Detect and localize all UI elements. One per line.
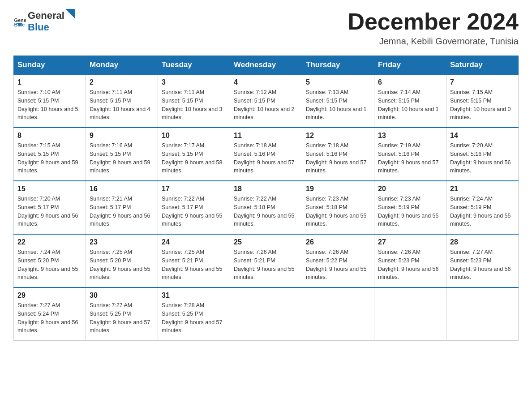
day-number: 12 (306, 132, 370, 140)
calendar-cell (446, 287, 519, 341)
day-info: Sunrise: 7:12 AM Sunset: 5:15 PM Dayligh… (234, 88, 298, 122)
day-info: Sunrise: 7:22 AM Sunset: 5:17 PM Dayligh… (162, 195, 226, 228)
weekday-header-row: SundayMondayTuesdayWednesdayThursdayFrid… (14, 56, 519, 75)
day-info: Sunrise: 7:25 AM Sunset: 5:21 PM Dayligh… (162, 248, 226, 282)
day-number: 26 (306, 238, 370, 246)
day-number: 27 (378, 238, 442, 246)
calendar-cell: 17 Sunrise: 7:22 AM Sunset: 5:17 PM Dayl… (158, 181, 230, 234)
weekday-header-sunday: Sunday (14, 56, 86, 75)
calendar-cell: 7 Sunrise: 7:15 AM Sunset: 5:15 PM Dayli… (446, 74, 519, 128)
day-info: Sunrise: 7:24 AM Sunset: 5:19 PM Dayligh… (450, 195, 515, 228)
calendar-cell: 11 Sunrise: 7:18 AM Sunset: 5:16 PM Dayl… (230, 128, 302, 181)
calendar-cell: 6 Sunrise: 7:14 AM Sunset: 5:15 PM Dayli… (374, 74, 446, 128)
day-number: 17 (162, 185, 226, 193)
calendar-cell: 3 Sunrise: 7:11 AM Sunset: 5:15 PM Dayli… (158, 74, 230, 128)
calendar-cell: 13 Sunrise: 7:19 AM Sunset: 5:16 PM Dayl… (374, 128, 446, 181)
calendar-cell: 18 Sunrise: 7:22 AM Sunset: 5:18 PM Dayl… (230, 181, 302, 234)
calendar-cell: 24 Sunrise: 7:25 AM Sunset: 5:21 PM Dayl… (158, 234, 230, 287)
logo-text-blue: Blue (28, 21, 49, 33)
week-row-3: 15 Sunrise: 7:20 AM Sunset: 5:17 PM Dayl… (14, 181, 519, 234)
calendar-cell (230, 287, 302, 341)
weekday-header-friday: Friday (374, 56, 446, 75)
day-info: Sunrise: 7:27 AM Sunset: 5:23 PM Dayligh… (450, 248, 515, 282)
calendar-cell (374, 287, 446, 341)
day-number: 25 (234, 238, 298, 246)
day-info: Sunrise: 7:22 AM Sunset: 5:18 PM Dayligh… (234, 195, 298, 228)
logo-triangle-icon (65, 9, 75, 19)
weekday-header-saturday: Saturday (446, 56, 519, 75)
logo-icon: General Blue (13, 15, 26, 27)
calendar-cell: 27 Sunrise: 7:26 AM Sunset: 5:23 PM Dayl… (374, 234, 446, 287)
day-info: Sunrise: 7:15 AM Sunset: 5:15 PM Dayligh… (450, 88, 515, 122)
page-header: General Blue General Blue December 2024 … (13, 9, 519, 47)
calendar-cell: 20 Sunrise: 7:23 AM Sunset: 5:19 PM Dayl… (374, 181, 446, 234)
day-number: 28 (450, 238, 515, 246)
day-number: 29 (17, 291, 82, 300)
logo: General Blue General Blue (13, 9, 75, 33)
day-number: 3 (162, 78, 226, 86)
day-info: Sunrise: 7:20 AM Sunset: 5:16 PM Dayligh… (450, 141, 515, 175)
day-info: Sunrise: 7:17 AM Sunset: 5:15 PM Dayligh… (162, 141, 226, 175)
day-number: 24 (162, 238, 226, 246)
weekday-header-monday: Monday (86, 56, 158, 75)
calendar-cell: 15 Sunrise: 7:20 AM Sunset: 5:17 PM Dayl… (14, 181, 86, 234)
calendar-cell: 23 Sunrise: 7:25 AM Sunset: 5:20 PM Dayl… (86, 234, 158, 287)
day-number: 4 (234, 78, 298, 86)
day-number: 20 (378, 185, 442, 193)
week-row-5: 29 Sunrise: 7:27 AM Sunset: 5:24 PM Dayl… (14, 287, 519, 341)
day-info: Sunrise: 7:23 AM Sunset: 5:19 PM Dayligh… (378, 195, 442, 228)
day-info: Sunrise: 7:21 AM Sunset: 5:17 PM Dayligh… (90, 195, 154, 228)
day-info: Sunrise: 7:26 AM Sunset: 5:21 PM Dayligh… (234, 248, 298, 282)
day-info: Sunrise: 7:16 AM Sunset: 5:15 PM Dayligh… (90, 141, 154, 175)
day-info: Sunrise: 7:14 AM Sunset: 5:15 PM Dayligh… (378, 88, 442, 122)
day-number: 30 (90, 291, 154, 300)
svg-text:Blue: Blue (14, 22, 25, 27)
day-info: Sunrise: 7:18 AM Sunset: 5:16 PM Dayligh… (306, 141, 370, 175)
day-number: 11 (234, 132, 298, 140)
day-info: Sunrise: 7:23 AM Sunset: 5:18 PM Dayligh… (306, 195, 370, 228)
day-number: 19 (306, 185, 370, 193)
calendar-cell: 30 Sunrise: 7:27 AM Sunset: 5:25 PM Dayl… (86, 287, 158, 341)
week-row-1: 1 Sunrise: 7:10 AM Sunset: 5:15 PM Dayli… (14, 74, 519, 128)
calendar-cell: 29 Sunrise: 7:27 AM Sunset: 5:24 PM Dayl… (14, 287, 86, 341)
weekday-header-tuesday: Tuesday (158, 56, 230, 75)
day-info: Sunrise: 7:28 AM Sunset: 5:25 PM Dayligh… (162, 301, 226, 335)
day-info: Sunrise: 7:20 AM Sunset: 5:17 PM Dayligh… (17, 195, 82, 228)
location-subtitle: Jemna, Kebili Governorate, Tunisia (348, 36, 519, 47)
day-info: Sunrise: 7:15 AM Sunset: 5:15 PM Dayligh… (17, 141, 82, 175)
day-number: 21 (450, 185, 515, 193)
svg-marker-3 (65, 9, 75, 19)
day-info: Sunrise: 7:11 AM Sunset: 5:15 PM Dayligh… (162, 88, 226, 122)
day-number: 18 (234, 185, 298, 193)
day-info: Sunrise: 7:27 AM Sunset: 5:24 PM Dayligh… (17, 301, 82, 335)
day-info: Sunrise: 7:26 AM Sunset: 5:22 PM Dayligh… (306, 248, 370, 282)
weekday-header-thursday: Thursday (302, 56, 374, 75)
day-info: Sunrise: 7:24 AM Sunset: 5:20 PM Dayligh… (17, 248, 82, 282)
day-info: Sunrise: 7:19 AM Sunset: 5:16 PM Dayligh… (378, 141, 442, 175)
day-number: 16 (90, 185, 154, 193)
calendar-cell: 28 Sunrise: 7:27 AM Sunset: 5:23 PM Dayl… (446, 234, 519, 287)
calendar-cell: 21 Sunrise: 7:24 AM Sunset: 5:19 PM Dayl… (446, 181, 519, 234)
day-number: 14 (450, 132, 515, 140)
day-info: Sunrise: 7:11 AM Sunset: 5:15 PM Dayligh… (90, 88, 154, 122)
day-number: 5 (306, 78, 370, 86)
week-row-4: 22 Sunrise: 7:24 AM Sunset: 5:20 PM Dayl… (14, 234, 519, 287)
day-info: Sunrise: 7:25 AM Sunset: 5:20 PM Dayligh… (90, 248, 154, 282)
calendar-cell: 1 Sunrise: 7:10 AM Sunset: 5:15 PM Dayli… (14, 74, 86, 128)
day-number: 8 (17, 132, 82, 140)
day-info: Sunrise: 7:13 AM Sunset: 5:15 PM Dayligh… (306, 88, 370, 122)
logo-text-general: General (28, 10, 64, 21)
day-number: 6 (378, 78, 442, 86)
month-title: December 2024 (348, 9, 519, 34)
week-row-2: 8 Sunrise: 7:15 AM Sunset: 5:15 PM Dayli… (14, 128, 519, 181)
day-number: 22 (17, 238, 82, 246)
calendar-table: SundayMondayTuesdayWednesdayThursdayFrid… (13, 56, 519, 341)
calendar-cell: 5 Sunrise: 7:13 AM Sunset: 5:15 PM Dayli… (302, 74, 374, 128)
day-number: 13 (378, 132, 442, 140)
day-number: 31 (162, 291, 226, 300)
day-number: 2 (90, 78, 154, 86)
weekday-header-wednesday: Wednesday (230, 56, 302, 75)
calendar-cell: 19 Sunrise: 7:23 AM Sunset: 5:18 PM Dayl… (302, 181, 374, 234)
day-info: Sunrise: 7:18 AM Sunset: 5:16 PM Dayligh… (234, 141, 298, 175)
day-info: Sunrise: 7:26 AM Sunset: 5:23 PM Dayligh… (378, 248, 442, 282)
